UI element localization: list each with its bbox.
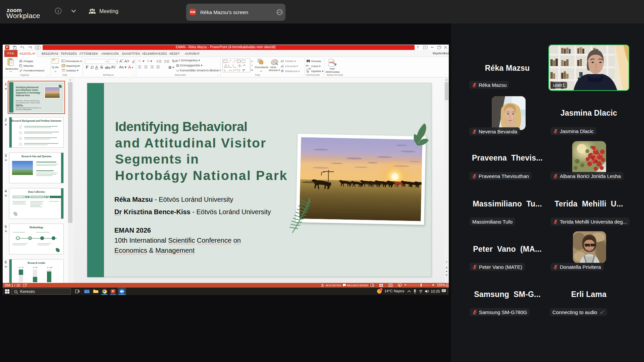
svg-text:PDF: PDF — [329, 61, 334, 64]
